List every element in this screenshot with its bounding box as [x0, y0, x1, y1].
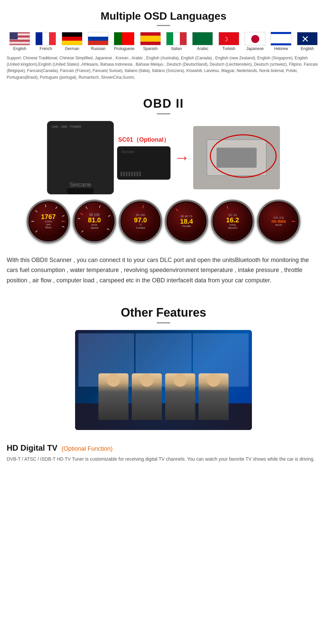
obd-title: OBD II: [7, 97, 320, 111]
obd-section: OBD II LINK OBD POWER Seicane Seicane SC…: [0, 87, 327, 252]
gauge-coolant-unit: °C: [139, 223, 142, 226]
obd-divider: [157, 113, 170, 114]
flag-label: Hebrew: [274, 46, 288, 51]
flag-label: Protuguese: [114, 46, 134, 51]
gauge-vacuum: 20 -24 16.2 in/Hg Vacuum: [211, 200, 254, 243]
svg-line-6: [62, 215, 64, 216]
svg-line-7: [62, 226, 64, 227]
flag-label: German: [65, 46, 79, 51]
flag-item-hebrew: Hebrew: [268, 32, 294, 51]
svg-line-12: [86, 207, 87, 209]
obd-port-image: [193, 126, 280, 189]
flag-il: [271, 32, 291, 45]
gauge-accel-label: Accel: [275, 223, 282, 226]
gauge-coolant-label: Coolant: [136, 226, 145, 229]
flag-label: Russian: [91, 46, 105, 51]
flag-tr: [219, 32, 239, 45]
flag-item-japanese: Japanese: [242, 32, 268, 51]
flag-jp: [245, 32, 265, 45]
gauge-speed-unit: km/h: [91, 223, 97, 226]
hd-tv-desc: DVB-T / ATSC / ISDB-T HD TV Tuner is cus…: [7, 455, 320, 463]
flag-uk: [297, 32, 318, 45]
gauge-coolant: 60 100 97.0 °C Coolant: [119, 200, 162, 243]
tv-person-3-head: [174, 373, 187, 387]
flag-label: Arabic: [197, 46, 208, 51]
svg-line-5: [56, 207, 57, 209]
gauge-throttle-label: Throttle: [182, 225, 191, 228]
obd-description: With this OBDII Scanner , you can connec…: [0, 252, 327, 296]
flag-es: [140, 32, 161, 45]
flag-item-protuguese: Protuguese: [111, 32, 137, 51]
flag-it: [166, 32, 187, 45]
gauge-revs-unit2: rpm: [46, 223, 51, 226]
languages-title: Multiple OSD Languages: [7, 10, 320, 22]
flag-item-italian: Italian: [164, 32, 190, 51]
other-features-section: Other Features: [0, 296, 327, 440]
svg-line-22: [227, 206, 228, 209]
gauges-row: 1767 x1000 rpm Revs 80 100 81.0 km/h: [7, 200, 320, 243]
languages-section: Multiple OSD Languages EnglishFrenchGerm…: [0, 0, 327, 87]
hd-tv-optional: (Optional Function): [61, 445, 112, 452]
svg-line-14: [108, 215, 110, 216]
tv-person-4-head: [207, 373, 220, 387]
flag-label: French: [40, 46, 52, 51]
flag-label: Japanese: [246, 46, 264, 51]
flag-label: Italian: [171, 46, 182, 51]
tv-person-2: [132, 373, 162, 420]
svg-line-11: [78, 218, 80, 219]
svg-line-18: [143, 205, 143, 208]
flag-item-french: French: [33, 32, 59, 51]
tv-person-1: [98, 373, 128, 420]
sc01-label: SC01（Optional）: [118, 136, 170, 144]
flag-item-russian: Russian: [85, 32, 111, 51]
flag-label: Spanish: [143, 46, 157, 51]
svg-line-10: [81, 231, 83, 232]
gauge-revs-unit: x1000: [45, 220, 52, 223]
other-features-title: Other Features: [7, 306, 320, 320]
flag-pt: [114, 32, 134, 45]
svg-line-4: [45, 205, 46, 207]
gauge-coolant-value: 97.0: [134, 217, 147, 223]
svg-line-3: [35, 210, 37, 212]
flag-ru: [88, 32, 108, 45]
gauge-throttle-value: 18.4: [180, 218, 193, 225]
sc01-device: Seicane: [117, 146, 171, 180]
svg-line-1: [35, 231, 37, 232]
gauge-accel-value: no data: [272, 219, 286, 223]
gauge-revs: 1767 x1000 rpm Revs: [27, 200, 70, 243]
obd-device-labels: LINK OBD POWER: [52, 125, 81, 128]
obd-images-row: LINK OBD POWER Seicane Seicane SC01（Opti…: [7, 121, 320, 194]
sc01-block: SC01（Optional） Seicane: [117, 136, 171, 180]
support-text: Support: Chinese Traditional, Chinese Si…: [7, 52, 320, 83]
tv-person-4: [199, 373, 229, 420]
flag-label: English: [301, 46, 314, 51]
svg-line-15: [107, 228, 109, 230]
gauge-vacuum-unit: in/Hg: [230, 223, 236, 226]
hd-tv-title: HD Digital TV: [7, 443, 57, 452]
gauge-revs-label: Revs: [45, 226, 51, 229]
flag-de: [62, 32, 82, 45]
tv-person-2-head: [140, 373, 153, 387]
flag-fr: [35, 32, 56, 45]
gauge-accel: 0.8 -0.8 no data Accel: [257, 200, 300, 243]
flag-item-german: German: [59, 32, 85, 51]
gauge-vacuum-value: 16.2: [226, 217, 239, 223]
sc01-top-label: Seicane: [121, 150, 134, 154]
gauge-revs-value: 1767: [41, 213, 56, 220]
flag-label: English: [13, 46, 26, 51]
svg-line-16: [80, 213, 83, 215]
gauge-speed-value: 81.0: [88, 217, 101, 223]
obd-device: LINK OBD POWER Seicane Seicane: [47, 121, 114, 194]
hd-tv-section: HD Digital TV (Optional Function) DVB-T …: [0, 440, 327, 466]
flag-sa: [192, 32, 213, 45]
hd-tv-title-row: HD Digital TV (Optional Function): [7, 443, 320, 453]
gauge-speed: 80 100 81.0 km/h Speed: [73, 200, 116, 243]
tv-image: [75, 330, 252, 430]
flag-item-english: English: [294, 32, 320, 51]
flag-item-turkish: Turkish: [216, 32, 242, 51]
tv-person-1-head: [107, 373, 120, 387]
gauge-speed-label: Speed: [90, 226, 98, 229]
gauge-throttle: 50 60 70 18.4 Throttle: [165, 200, 208, 243]
flag-item-arabic: Arabic: [190, 32, 216, 51]
obd-arrow: →: [174, 148, 190, 167]
